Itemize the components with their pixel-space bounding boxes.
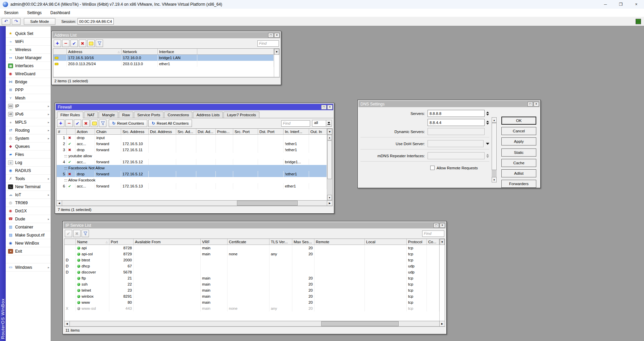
firewall-comment-row[interactable]: ::: Faceboook Not Allow (57, 165, 327, 171)
column-header-local[interactable]: Local (365, 239, 407, 245)
column-header-src-address[interactable]: Src. Address (121, 129, 149, 135)
vertical-scrollbar[interactable]: ▲ ▼ (327, 135, 332, 200)
firewall-titlebar[interactable]: Firewall □ × (56, 104, 333, 110)
scrollbar-thumb[interactable] (321, 321, 399, 326)
dropdown-arrow-icon[interactable] (326, 120, 332, 127)
spin-down-icon[interactable] (486, 123, 489, 125)
filter-scope-select[interactable]: all (312, 120, 332, 127)
undo-icon[interactable]: ↶ (2, 18, 10, 25)
column-header-remote[interactable]: Remote (314, 239, 365, 245)
sidebar-item-wireless[interactable]: ≈Wireless (6, 46, 51, 54)
session-input[interactable] (78, 18, 114, 25)
dns-titlebar[interactable]: DNS Settings □ × (358, 101, 540, 107)
remove-icon[interactable]: − (62, 40, 69, 47)
sidebar-item-container[interactable]: ▥Container (6, 223, 51, 231)
safe-mode-button[interactable]: Safe Mode (24, 18, 55, 25)
sidebar-item-mpls[interactable]: ●MPLS▸ (6, 118, 51, 126)
find-input[interactable] (281, 120, 310, 127)
filter-icon[interactable] (99, 120, 106, 127)
ok-button[interactable]: OK (501, 117, 536, 125)
column-header-name[interactable]: Name△ (76, 239, 109, 245)
sidebar-item-new-terminal[interactable]: >_New Terminal (6, 183, 51, 191)
sidebar-item-tools[interactable]: ✗Tools▸ (6, 175, 51, 183)
disable-icon[interactable]: ✖ (82, 120, 90, 127)
sidebar-item-mesh[interactable]: YMesh (6, 94, 51, 102)
column-selector-icon[interactable]: ▼ (327, 129, 332, 135)
sidebar-item-ipv6[interactable]: v6IPv6▸ (6, 110, 51, 118)
column-header-col[interactable] (64, 239, 76, 245)
sidebar-item-exit[interactable]: ◄Exit (6, 247, 51, 255)
apply-button[interactable]: Apply (501, 137, 536, 145)
service-row[interactable]: Dbtest2000tcp (64, 257, 439, 263)
sidebar-item-wireguard[interactable]: ◉WireGuard (6, 70, 51, 78)
column-header-col[interactable] (197, 49, 274, 55)
ip-service-titlebar[interactable]: IP Service List □ × (63, 222, 446, 228)
firewall-rule-row[interactable]: 3✖dropforward172.16.5.11!ether1 (57, 147, 327, 153)
tab-filter-rules[interactable]: Filter Rules (57, 112, 83, 118)
address-list-titlebar[interactable]: Address List □ × (52, 32, 280, 38)
redo-icon[interactable]: ↷ (12, 18, 20, 25)
service-row[interactable]: winbox8291main20tcp (64, 293, 439, 299)
doh-server-field[interactable] (428, 140, 484, 147)
column-header-in-interf[interactable]: In. Interf... (284, 129, 309, 135)
sidebar-item-user-manager[interactable]: ●●User Manager (6, 54, 51, 62)
restore-icon[interactable]: ❐ (613, 0, 629, 9)
sidebar-item-ip[interactable]: 255IP▸ (6, 102, 51, 110)
tab-mangle[interactable]: Mangle (99, 112, 118, 118)
maximize-icon[interactable]: □ (434, 223, 439, 228)
spinner-updown-icon[interactable] (486, 121, 489, 125)
spin-down-icon[interactable] (486, 114, 489, 116)
dns-server-input[interactable] (428, 110, 485, 117)
column-header-src-ad[interactable]: Src. Ad... (176, 129, 196, 135)
column-header-action[interactable]: Action (76, 129, 95, 135)
firewall-rule-row[interactable]: 4✔acc...forward172.16.5.12bridge1... (57, 159, 327, 165)
column-header-certificate[interactable]: Certificate (228, 239, 269, 245)
static-button[interactable]: Static (501, 148, 536, 157)
firewall-comment-row[interactable]: ::: youtube allow (57, 153, 327, 159)
service-row[interactable]: api-ssl8729mainnoneany20tcp (64, 251, 439, 257)
scroll-up-icon[interactable]: ▲ (327, 135, 332, 140)
scroll-left-icon[interactable]: ◀ (64, 321, 70, 326)
sidebar-item-new-winbox[interactable]: ◉New WinBox (6, 239, 51, 247)
close-icon[interactable]: × (440, 223, 445, 228)
service-row[interactable]: Ddiscover5678udp (64, 269, 439, 275)
allow-remote-requests-checkbox[interactable] (430, 166, 435, 170)
close-icon[interactable]: × (274, 33, 280, 38)
mdns-repeater-field[interactable] (428, 152, 485, 159)
scrollbar-thumb[interactable] (237, 201, 298, 206)
column-header-port[interactable]: Port (109, 239, 134, 245)
filter-icon[interactable] (96, 40, 103, 47)
reset-all-counters-button[interactable]: ↻Reset All Counters (148, 120, 192, 127)
sidebar-item-ppp[interactable]: ⊞PPP (6, 86, 51, 94)
maximize-icon[interactable]: □ (321, 105, 327, 110)
sidebar-item-tr069[interactable]: ◎TR069 (6, 199, 51, 207)
column-selector-icon[interactable]: ▼ (440, 239, 445, 245)
sidebar-item-queues[interactable]: ◆Queues (6, 142, 51, 151)
column-header-col[interactable]: # (57, 129, 67, 135)
dns-server-input[interactable] (428, 119, 485, 126)
sidebar-item-dot1x[interactable]: ◉Dot1X (6, 207, 51, 215)
column-header-dst-address[interactable]: Dst. Address (149, 129, 176, 135)
disable-icon[interactable]: ✖ (79, 40, 86, 47)
tab-raw[interactable]: Raw (119, 112, 133, 118)
scrollbar-thumb[interactable] (492, 123, 497, 170)
column-header-available-from[interactable]: Available From (134, 239, 201, 245)
firewall-rule-row[interactable]: 2✔acc...forward172.16.5.10!ether1 (57, 141, 327, 147)
sidebar-item-make-supout-rif[interactable]: ▨Make Supout.rif (6, 231, 51, 239)
cache-button[interactable]: Cache (501, 159, 536, 167)
comment-icon[interactable] (87, 40, 95, 47)
filter-icon[interactable] (82, 230, 89, 237)
sidebar-item-system[interactable]: ◎System▸ (6, 134, 51, 142)
column-selector-icon[interactable]: ▼ (274, 49, 279, 55)
disable-icon[interactable]: ✖ (73, 230, 81, 237)
menu-settings[interactable]: Settings (27, 9, 42, 16)
column-header-col[interactable] (53, 49, 67, 55)
close-icon[interactable]: × (629, 0, 644, 9)
tab-layer7-protocols[interactable]: Layer7 Protocols (224, 112, 259, 118)
remove-icon[interactable]: − (65, 120, 73, 127)
close-icon[interactable]: × (534, 102, 539, 106)
scroll-left-icon[interactable]: ◀ (57, 201, 62, 206)
comment-icon[interactable] (91, 120, 98, 127)
sidebar-item-quick-set[interactable]: ★Quick Set (6, 30, 51, 38)
column-header-tls-ver[interactable]: TLS Ver... (269, 239, 292, 245)
